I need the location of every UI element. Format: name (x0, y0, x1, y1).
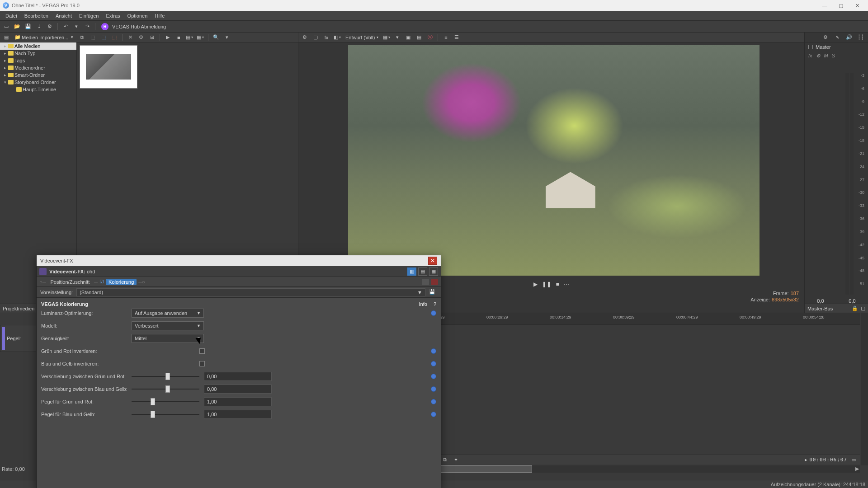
fx-chain-node-kolorierung[interactable]: Kolorierung (106, 279, 137, 285)
invert-gr-checkbox[interactable] (199, 348, 205, 354)
preview-settings-icon[interactable]: ⚙ (300, 33, 309, 42)
search-icon[interactable]: 🔍 (212, 33, 221, 42)
fx-close-button[interactable]: ✕ (428, 257, 437, 265)
slider-knob[interactable] (165, 385, 170, 393)
automation-icon[interactable]: ⚙ (816, 53, 821, 59)
timecode-mode-icon[interactable]: ▭ (849, 455, 858, 465)
scroll-right-icon[interactable]: ▶ (855, 466, 859, 472)
tree-item-smart-ordner[interactable]: ▸Smart-Ordner (0, 71, 76, 79)
get-media-icon[interactable]: ⬚ (88, 33, 97, 42)
minimize-button[interactable]: ― (816, 0, 833, 10)
properties-icon[interactable]: ⚙ (45, 22, 54, 31)
shift-gr-slider[interactable] (132, 372, 199, 381)
render-icon[interactable]: ⤓ (34, 22, 43, 31)
capture-icon[interactable]: ⧉ (77, 33, 86, 42)
fx-button[interactable]: fx (808, 53, 812, 58)
menu-ansicht[interactable]: Ansicht (52, 12, 75, 19)
timeline-v-scrollbar[interactable] (861, 313, 868, 465)
safe-areas-icon[interactable]: ▾ (393, 33, 402, 42)
fx-help-link[interactable]: ? (434, 301, 436, 307)
menu-optionen[interactable]: Optionen (124, 12, 151, 19)
video-fx-icon[interactable]: fx (322, 33, 331, 42)
invert-by-checkbox[interactable] (199, 361, 205, 366)
tree-item-alle-medien[interactable]: ▸Alle Medien (0, 42, 76, 50)
maximize-button[interactable]: ▢ (833, 0, 849, 10)
hub-label[interactable]: VEGAS Hub Abmeldung (112, 24, 166, 29)
model-combobox[interactable]: Verbessert▼ (132, 321, 204, 330)
search-dropdown-icon[interactable]: ▾ (222, 33, 231, 42)
stop-icon[interactable]: ■ (174, 33, 183, 42)
keyframe-button[interactable] (431, 374, 436, 379)
add-icon[interactable]: ⊞ (147, 33, 156, 42)
tree-item-tags[interactable]: ▸Tags (0, 57, 76, 64)
tab-projektmedien[interactable]: Projektmedien (3, 306, 34, 311)
media-menu-icon[interactable]: ▤ (2, 33, 11, 42)
fx-chain-node-position[interactable]: Position/Zuschnitt (47, 279, 92, 285)
keyframe-button[interactable] (431, 361, 436, 366)
tree-item-medienordner[interactable]: ▸Medienordner (0, 64, 76, 71)
fx-chain-checkbox[interactable]: ☑ (99, 279, 104, 285)
preset-combobox[interactable]: (Standard) ▼ (76, 288, 425, 296)
fx-chain-add-button[interactable] (422, 279, 429, 285)
new-project-icon[interactable]: ▭ (2, 22, 11, 31)
snapshot-clipboard-icon[interactable]: ▣ (404, 33, 413, 42)
master-color-swatch[interactable] (808, 45, 813, 49)
slider-knob[interactable] (165, 373, 170, 380)
menu-datei[interactable]: Datei (2, 12, 21, 19)
mute-button[interactable]: M (824, 53, 828, 58)
level-gr-value[interactable]: 1,00 (204, 397, 272, 406)
adjust-icon[interactable]: ≡ (441, 33, 450, 42)
dim-icon[interactable]: ∿ (833, 33, 842, 42)
close-panel-icon[interactable]: ▢ (861, 305, 865, 311)
external-monitor-icon[interactable]: ▢ (311, 33, 320, 42)
slider-knob[interactable] (151, 411, 155, 418)
accuracy-combobox[interactable]: Mittel▼ (132, 334, 204, 343)
gear-icon[interactable]: ⚙ (137, 33, 146, 42)
tab-master-bus[interactable]: Master-Bus (807, 306, 833, 311)
preset-save-button[interactable]: 💾 (429, 289, 437, 296)
menu-hilfe[interactable]: Hilfe (151, 12, 168, 19)
gear-icon[interactable]: ⚙ (821, 33, 830, 42)
preview-canvas[interactable] (348, 45, 760, 276)
keyframe-button[interactable] (431, 386, 436, 392)
remove-media-icon[interactable]: ⬚ (99, 33, 108, 42)
save-icon[interactable]: 💾 (24, 22, 33, 31)
menu-extras[interactable]: Extras (102, 12, 123, 19)
keyframe-button[interactable] (431, 399, 436, 404)
tree-item-storyboard[interactable]: ▾Storyboard-Ordner (0, 79, 76, 86)
shift-by-slider[interactable] (132, 385, 199, 394)
more-button[interactable]: ⋯ (564, 281, 569, 287)
timecode-display[interactable]: 00:00:06;07 (809, 457, 847, 463)
redo-icon[interactable]: ↷ (83, 22, 92, 31)
keyframe-button[interactable] (431, 348, 436, 354)
luminance-combobox[interactable]: Auf Ausgabe anwenden▼ (132, 309, 204, 318)
level-gr-slider[interactable] (132, 397, 199, 406)
menu-einfuegen[interactable]: Einfügen (75, 12, 102, 19)
stop-button[interactable]: ■ (556, 281, 559, 287)
media-fx-icon[interactable]: ⬚ (110, 33, 119, 42)
slider-knob[interactable] (151, 398, 155, 405)
level-by-slider[interactable] (132, 410, 199, 419)
faders-icon[interactable]: ┆┆ (856, 33, 865, 42)
keyframe-button[interactable] (431, 310, 436, 316)
tree-item-nach-typ[interactable]: ▸Nach Typ (0, 50, 76, 57)
fx-view-curves-button[interactable]: ▦ (429, 267, 438, 276)
fx-view-params-button[interactable]: ▥ (407, 267, 416, 276)
fx-view-keyframes-button[interactable]: ▤ (418, 267, 427, 276)
open-icon[interactable]: 📂 (13, 22, 22, 31)
preview-quality-button[interactable]: Entwurf (Voll)▾ (344, 35, 380, 40)
menu-bearbeiten[interactable]: Bearbeiten (21, 12, 52, 19)
play-icon[interactable]: ▶ (163, 33, 172, 42)
shift-by-value[interactable]: 0,00 (204, 385, 272, 394)
view-list-icon[interactable]: ▤▾ (185, 33, 194, 42)
fx-dialog-titlebar[interactable]: Videoevent-FX ✕ (37, 255, 441, 266)
track-header[interactable]: Pegel: (0, 325, 36, 352)
fx-chain-remove-button[interactable] (431, 279, 438, 285)
fx-bypass-icon[interactable]: ✦ (451, 455, 460, 465)
shift-gr-value[interactable]: 0,00 (204, 372, 272, 381)
view-grid-icon[interactable]: ▦▾ (196, 33, 205, 42)
tree-item-haupt-timeline[interactable]: Haupt-Timeline (0, 86, 76, 93)
add-missing-icon[interactable]: ⧉ (440, 455, 449, 465)
vegas-icon[interactable]: Ⓥ (425, 33, 434, 42)
pause-button[interactable]: ❚❚ (542, 281, 551, 287)
